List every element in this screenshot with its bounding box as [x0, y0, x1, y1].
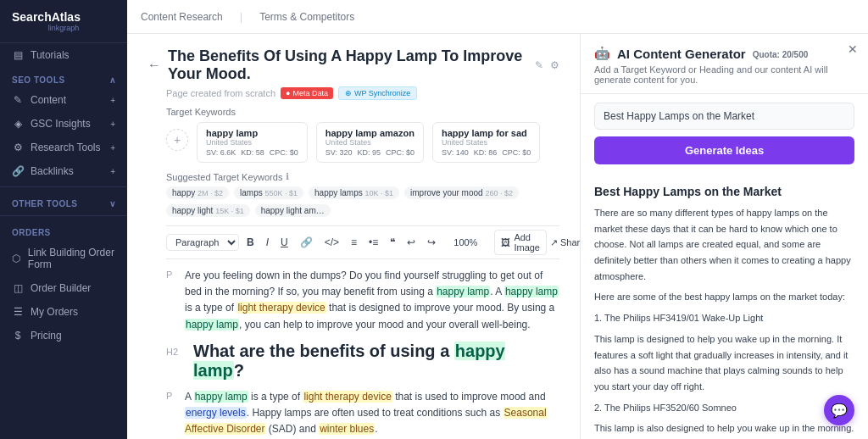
meta-badge[interactable]: ● Meta Data — [281, 87, 333, 99]
sidebar-item-content[interactable]: ✎ Content + — [0, 88, 127, 112]
code-button[interactable]: </> — [320, 235, 343, 250]
paragraph-select[interactable]: Paragraph H1H2H3 — [166, 234, 239, 251]
sidebar-item-my-orders[interactable]: ☰ My Orders — [0, 300, 127, 324]
sidebar-item-backlinks[interactable]: 🔗 Backlinks + — [0, 159, 127, 183]
editor-header: ← The Benefits Of Using A Happy Lamp To … — [147, 47, 559, 83]
kw-region: United States — [206, 138, 298, 147]
sidebar-item-label: Research Tools — [31, 142, 101, 153]
info-icon: ℹ — [286, 171, 289, 182]
nav-terms-competitors[interactable]: Terms & Competitors — [259, 8, 354, 26]
kw-stats: SV: 320 KD: 95 CPC: $0 — [326, 148, 415, 157]
highlight-happy-lamp: happy lamp — [436, 286, 490, 297]
bullet-button[interactable]: •≡ — [364, 235, 382, 250]
content-icon: ✎ — [12, 94, 24, 106]
keyword-card[interactable]: happy lamp for sad United States SV: 140… — [432, 122, 540, 163]
highlight-happy-lamp: happy lamp — [193, 342, 505, 380]
kw-name: happy lamp amazon — [326, 128, 415, 138]
highlight-light-therapy: light therapy device — [236, 302, 326, 314]
keyword-card[interactable]: happy lamp United States SV: 6.6K KD: 58… — [197, 122, 308, 163]
sidebar-item-tutorials[interactable]: ▤ Tutorials — [0, 43, 127, 67]
settings-icon[interactable]: ⚙ — [550, 59, 559, 71]
section-chevron: ∨ — [109, 199, 116, 208]
suggested-tag[interactable]: happy light 15K · $1 — [166, 204, 250, 217]
ai-para: 2. The Philips HF3520/60 Somneo — [594, 400, 854, 416]
ai-panel-title: 🤖 AI Content Generator Quota: 20/500 — [594, 46, 854, 61]
chat-bubble-button[interactable]: 💬 — [824, 395, 854, 425]
ai-result-title: Best Happy Lamps on the Market — [594, 185, 854, 198]
add-keyword-button[interactable]: + — [166, 129, 188, 151]
gsc-icon: ◈ — [12, 118, 24, 130]
sidebar-item-research[interactable]: ⚙ Research Tools + — [0, 136, 127, 159]
zoom-level: 100% — [450, 237, 481, 247]
chevron-icon: + — [110, 96, 115, 105]
h2-block: H2 What are the benefits of using a happ… — [166, 342, 559, 381]
kw-region: United States — [326, 138, 415, 147]
underline-button[interactable]: U — [276, 235, 292, 250]
editor-title: The Benefits Of Using A Happy Lamp To Im… — [168, 47, 528, 83]
ai-para: Here are some of the best happy lamps on… — [594, 289, 854, 305]
ai-keyword-input[interactable] — [594, 103, 854, 130]
sidebar: SearchAtlas linkgraph ▤ Tutorials SEO TO… — [0, 0, 127, 439]
suggested-tag[interactable]: happy light am… — [255, 204, 331, 217]
list-button[interactable]: ≡ — [347, 235, 361, 250]
bold-button[interactable]: B — [242, 235, 259, 250]
undo-button[interactable]: ↩ — [403, 235, 420, 250]
link-button[interactable]: 🔗 — [296, 235, 317, 250]
para-text[interactable]: A happy lamp is a type of light therapy … — [185, 389, 559, 438]
h2-text: What are the benefits of using a happy l… — [193, 342, 559, 381]
sidebar-item-link-building[interactable]: ⬡ Link Building Order Form — [0, 241, 127, 276]
wp-badge[interactable]: ⊕ WP Synchronize — [338, 86, 417, 100]
nav-separator: | — [240, 10, 242, 23]
sidebar-item-label: Link Building Order Form — [28, 247, 115, 270]
ai-para: 1. The Philips HF3419/01 Wake-Up Light — [594, 310, 854, 326]
back-button[interactable]: ← — [147, 58, 161, 73]
sidebar-item-order-builder[interactable]: ◫ Order Builder — [0, 276, 127, 300]
paragraph-block: P A happy lamp is a type of light therap… — [166, 389, 559, 438]
ai-panel-close-button[interactable]: ✕ — [848, 42, 858, 56]
kw-name: happy lamp for sad — [442, 128, 531, 138]
suggested-tag[interactable]: improve your mood 260 · $2 — [404, 186, 519, 199]
h2-label: H2 — [166, 347, 186, 357]
sidebar-item-label: GSC Insights — [31, 118, 91, 130]
image-icon: 🖼 — [501, 237, 510, 247]
ai-para: There are so many different types of hap… — [594, 205, 854, 284]
para-text[interactable]: Are you feeling down in the dumps? Do yo… — [185, 268, 559, 333]
divider — [0, 186, 127, 187]
suggested-tag[interactable]: happy 2M · $2 — [166, 186, 229, 199]
divider — [0, 215, 127, 216]
link-building-icon: ⬡ — [12, 253, 21, 264]
sidebar-item-gsc[interactable]: ◈ GSC Insights + — [0, 112, 127, 136]
sidebar-item-label: Backlinks — [31, 165, 74, 177]
my-orders-icon: ☰ — [12, 306, 24, 318]
sidebar-item-pricing[interactable]: $ Pricing — [0, 324, 127, 347]
highlight-happy-lamp: happy lamp — [504, 286, 559, 297]
highlight-winter-blues: winter blues — [319, 423, 375, 435]
ai-description: Add a Target Keyword or Heading and our … — [594, 64, 854, 85]
sidebar-item-label: Order Builder — [31, 282, 91, 294]
suggested-tag[interactable]: happy lamps 10K · $1 — [309, 186, 399, 199]
add-image-button[interactable]: 🖼 Add Image — [494, 230, 547, 255]
kw-stats: SV: 6.6K KD: 58 CPC: $0 — [206, 148, 298, 157]
edit-icon[interactable]: ✎ — [535, 59, 543, 71]
quote-button[interactable]: ❝ — [386, 235, 399, 250]
para-label: P — [166, 270, 178, 280]
wp-icon: ⊕ — [345, 89, 352, 97]
redo-button[interactable]: ↪ — [423, 235, 440, 250]
sidebar-section-other: OTHER TOOLS ∨ — [0, 191, 127, 212]
keywords-row: + happy lamp United States SV: 6.6K KD: … — [166, 122, 559, 163]
chevron-icon: + — [110, 143, 115, 153]
toolbar: Paragraph H1H2H3 B I U 🔗 </> ≡ •≡ ❝ ↩ ↪ … — [166, 225, 559, 259]
suggested-tag[interactable]: lamps 550K · $1 — [234, 186, 303, 199]
ai-para: This lamp is designed to help you wake u… — [594, 331, 854, 395]
highlight-light-therapy: light therapy device — [303, 391, 392, 403]
share-button[interactable]: ↗ Share — [550, 237, 580, 248]
chevron-icon: + — [110, 119, 115, 129]
tutorials-icon: ▤ — [12, 49, 24, 61]
editor-area: ← The Benefits Of Using A Happy Lamp To … — [127, 34, 580, 439]
italic-button[interactable]: I — [262, 235, 273, 250]
kw-stats: SV: 140 KD: 86 CPC: $0 — [442, 148, 531, 157]
sidebar-section-seo: SEO TOOLS ∧ — [0, 67, 127, 88]
keyword-card[interactable]: happy lamp amazon United States SV: 320 … — [316, 122, 424, 163]
ai-generate-button[interactable]: Generate Ideas — [594, 136, 854, 164]
nav-content-research[interactable]: Content Research — [141, 8, 223, 26]
